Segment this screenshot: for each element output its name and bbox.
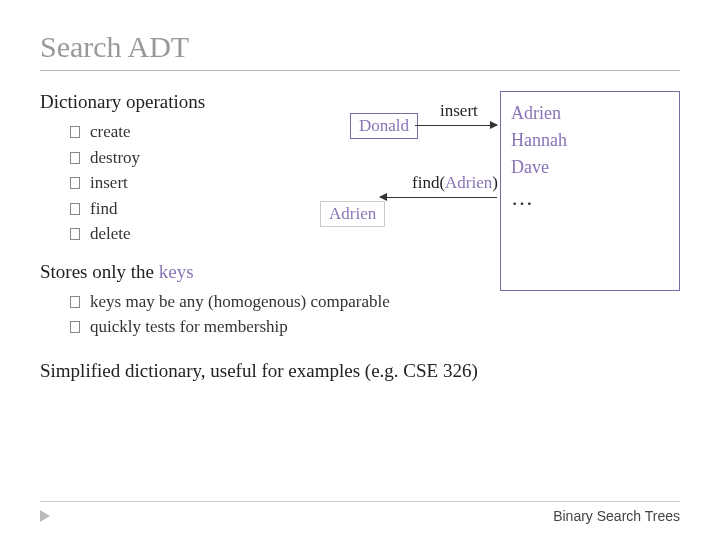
bullet-icon [70, 296, 80, 308]
play-icon [40, 510, 50, 522]
list-item-label: destroy [90, 148, 140, 167]
bullet-icon [70, 177, 80, 189]
box-item: Hannah [511, 127, 669, 154]
arrow-left-icon [380, 197, 497, 198]
heading-accent: keys [159, 261, 194, 282]
find-label-arg: Adrien [445, 173, 492, 192]
bullet-icon [70, 228, 80, 240]
slide-title: Search ADT [40, 30, 680, 64]
diagram: Adrien Hannah Dave … Donald Adrien inser… [320, 91, 680, 311]
bullet-icon [70, 203, 80, 215]
list-item-label: quickly tests for membership [90, 317, 288, 336]
closing-text: Simplified dictionary, useful for exampl… [40, 360, 680, 382]
footer: Binary Search Trees [40, 501, 680, 524]
find-label: find(Adrien) [412, 173, 498, 193]
heading-lead: Stores only the [40, 261, 159, 282]
list-item-label: create [90, 122, 131, 141]
insert-value-box: Donald [350, 113, 418, 139]
find-label-pre: find( [412, 173, 445, 192]
list-item-label: delete [90, 224, 131, 243]
list-item-label: find [90, 199, 117, 218]
find-result-box: Adrien [320, 201, 385, 227]
arrow-right-icon [415, 125, 497, 126]
list-item-label: insert [90, 173, 128, 192]
box-item: Adrien [511, 100, 669, 127]
bullet-icon [70, 321, 80, 333]
data-box: Adrien Hannah Dave … [500, 91, 680, 291]
box-dots: … [511, 181, 669, 214]
list-item: quickly tests for membership [70, 314, 680, 340]
bullet-icon [70, 126, 80, 138]
title-rule [40, 70, 680, 71]
box-item: Dave [511, 154, 669, 181]
bullet-icon [70, 152, 80, 164]
insert-label: insert [440, 101, 478, 121]
footer-text: Binary Search Trees [553, 508, 680, 524]
find-label-post: ) [492, 173, 498, 192]
